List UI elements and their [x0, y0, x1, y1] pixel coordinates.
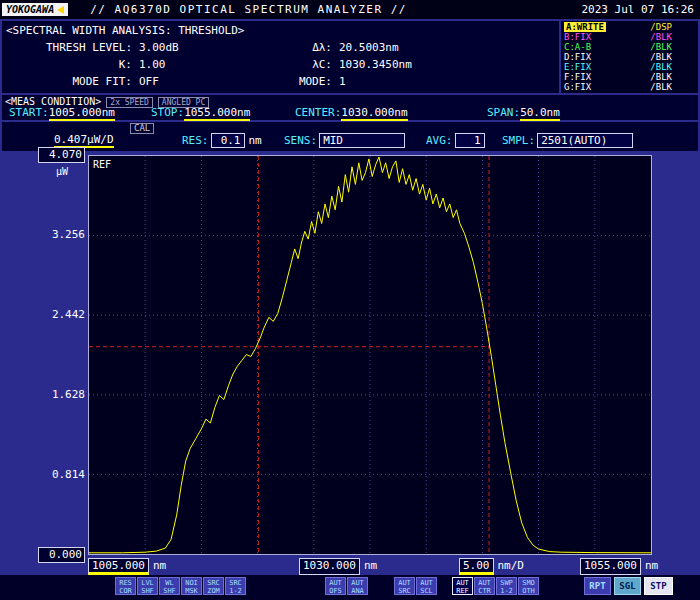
x-axis-label: 1055.000nm: [580, 558, 658, 575]
trace-name: F:FIX: [564, 72, 591, 82]
trace-name: A:WRITE: [564, 22, 606, 32]
trace-mode: /BLK: [650, 72, 672, 82]
x-axis-value[interactable]: 1005.000: [88, 558, 149, 575]
sweep-button-rpt[interactable]: RPT: [584, 577, 611, 595]
trace-mode: /BLK: [650, 52, 672, 62]
y-axis-tick: 0.814: [38, 468, 85, 481]
toolbar-button-aut-scl[interactable]: AUTSCL: [416, 577, 437, 595]
trace-row-g[interactable]: G:FIX/BLK: [561, 82, 698, 92]
sensitivity-label: SENS:: [284, 134, 317, 147]
analysis-value: OFF: [139, 75, 244, 88]
x-axis-unit: nm: [153, 558, 166, 574]
title-bar: YOKOGAWA // AQ6370D OPTICAL SPECTRUM ANA…: [0, 0, 700, 19]
x-axis-unit: nm: [364, 558, 377, 574]
analysis-label: THRESH LEVEL:: [6, 41, 132, 54]
bottom-toolbar: RESCORLVLSHFWLSHFNOIMSKSRCZOMSRC1-2AUTOF…: [0, 575, 700, 600]
sampling-value[interactable]: 2501(AUTO): [537, 133, 633, 148]
spectrum-plot: REF: [88, 155, 652, 555]
meas-param-span: SPAN:50.0nm: [487, 107, 560, 121]
toolbar-button-aut-src[interactable]: AUTSRC: [394, 577, 415, 595]
trace-status-panel: A:WRITE/DSPB:FIX/BLKC:A-B/BLKD:FIX/BLKE:…: [561, 21, 698, 93]
trace-name: B:FIX: [564, 32, 591, 42]
center-value[interactable]: 1030.000nm: [341, 107, 407, 121]
toolbar-button-noi-msk[interactable]: NOIMSK: [181, 577, 202, 595]
sensitivity-setting: SENS: MID: [284, 133, 405, 148]
toolbar-button-src-zom[interactable]: SRCZOM: [203, 577, 224, 595]
resolution-value[interactable]: 0.1: [211, 133, 245, 148]
spectrum-plot-svg: [89, 156, 651, 554]
average-label: AVG:: [426, 134, 453, 147]
span-label: SPAN:: [487, 107, 520, 121]
y-axis-tick: 1.628: [38, 388, 85, 401]
analysis-row: THRESH LEVEL:3.00dBΔλ:20.5003nm: [6, 41, 559, 54]
trace-row-e[interactable]: E:FIX/BLK: [561, 62, 698, 72]
trace-row-f[interactable]: F:FIX/BLK: [561, 72, 698, 82]
analysis-value: 1.00: [139, 58, 244, 71]
analysis-label: MODE:: [244, 75, 332, 88]
trace-row-c[interactable]: C:A-B/BLK: [561, 42, 698, 52]
start-value[interactable]: 1005.000nm: [49, 107, 115, 121]
x-axis-value[interactable]: 1030.000: [299, 558, 360, 575]
toolbar-button-wl-shf[interactable]: WLSHF: [159, 577, 180, 595]
sweep-button-stp[interactable]: STP: [644, 577, 673, 595]
x-axis-unit: nm: [645, 558, 658, 574]
resolution-label: RES:: [182, 134, 209, 147]
x-axis-label: 5.00nm/D: [459, 558, 524, 575]
trace-mode: /BLK: [650, 32, 672, 42]
trace-mode: /BLK: [650, 42, 672, 52]
trace-row-a[interactable]: A:WRITE/DSP: [561, 22, 698, 32]
x-axis-label: 1030.000nm: [299, 558, 377, 575]
yokogawa-logo-triangle-icon: [57, 6, 64, 14]
analysis-label: K:: [6, 58, 132, 71]
trace-row-d[interactable]: D:FIX/BLK: [561, 52, 698, 62]
sweep-button-sgl[interactable]: SGL: [614, 577, 641, 595]
y-axis-tick: 2.442: [38, 308, 85, 321]
meas-condition-panel: <MEAS CONDITION> 2x SPEEDANGLED PC START…: [2, 95, 698, 120]
x-axis-label: 1005.000nm: [88, 558, 166, 575]
trace-name: G:FIX: [564, 82, 591, 92]
analysis-label: Δλ:: [244, 41, 332, 54]
trace-mode: /BLK: [650, 62, 672, 72]
average-value[interactable]: 1: [455, 133, 485, 148]
settings-row: CAL 0.407μW/D RES: 0.1 nm SENS: MID AVG:…: [2, 122, 698, 151]
x-axis-value[interactable]: 5.00: [459, 558, 494, 575]
toolbar-button-aut-ofs[interactable]: AUTOFS: [325, 577, 346, 595]
level-per-div-value[interactable]: 0.407μW/D: [54, 134, 114, 148]
meas-condition-params: START:1005.000nmSTOP:1055.000nmCENTER:10…: [5, 107, 698, 120]
toolbar-button-aut-ref[interactable]: AUTREF: [452, 577, 473, 595]
sampling-setting: SMPL: 2501(AUTO): [502, 133, 633, 148]
analysis-row: MODE FIT:OFFMODE:1: [6, 75, 559, 88]
trace-row-b[interactable]: B:FIX/BLK: [561, 32, 698, 42]
toolbar-button-swp-1-2[interactable]: SWP1-2: [496, 577, 517, 595]
datetime: 2023 Jul 07 16:26: [581, 3, 694, 16]
meas-condition-header: <MEAS CONDITION> 2x SPEEDANGLED PC: [5, 96, 698, 106]
meas-condition-badges: 2x SPEEDANGLED PC: [101, 96, 209, 107]
span-value[interactable]: 50.0nm: [520, 107, 560, 121]
analysis-label: MODE FIT:: [6, 75, 132, 88]
trace-mode: /BLK: [650, 82, 672, 92]
cal-badge: CAL: [130, 123, 154, 134]
y-axis-tick: 4.070: [38, 147, 85, 163]
stop-value[interactable]: 1055.000nm: [184, 107, 250, 121]
analysis-value: 1030.3450nm: [339, 58, 412, 71]
toolbar-button-res-cor[interactable]: RESCOR: [115, 577, 136, 595]
sensitivity-value[interactable]: MID: [319, 133, 405, 148]
analysis-value: 3.00dB: [139, 41, 244, 54]
toolbar-button-aut-ctr[interactable]: AUTCTR: [474, 577, 495, 595]
meas-param-center: CENTER:1030.000nm: [295, 107, 408, 121]
trace-name: D:FIX: [564, 52, 591, 62]
analysis-results: THRESH LEVEL:3.00dBΔλ:20.5003nmK:1.00λC:…: [6, 41, 559, 88]
stop-label: STOP:: [151, 107, 184, 121]
trace-name: C:A-B: [564, 42, 591, 52]
meas-param-start: START:1005.000nm: [9, 107, 115, 121]
y-axis-tick: 3.256: [38, 228, 85, 241]
toolbar-button-aut-ana[interactable]: AUTANA: [347, 577, 368, 595]
center-label: CENTER:: [295, 107, 341, 121]
analysis-label: λC:: [244, 58, 332, 71]
x-axis-value[interactable]: 1055.000: [580, 558, 641, 575]
toolbar-button-lvl-shf[interactable]: LVLSHF: [137, 577, 158, 595]
trace-mode: /DSP: [650, 22, 672, 32]
y-axis-unit: μW: [56, 166, 68, 177]
toolbar-button-smo-oth[interactable]: SMOOTH: [518, 577, 539, 595]
toolbar-button-src-1-2[interactable]: SRC1-2: [225, 577, 246, 595]
